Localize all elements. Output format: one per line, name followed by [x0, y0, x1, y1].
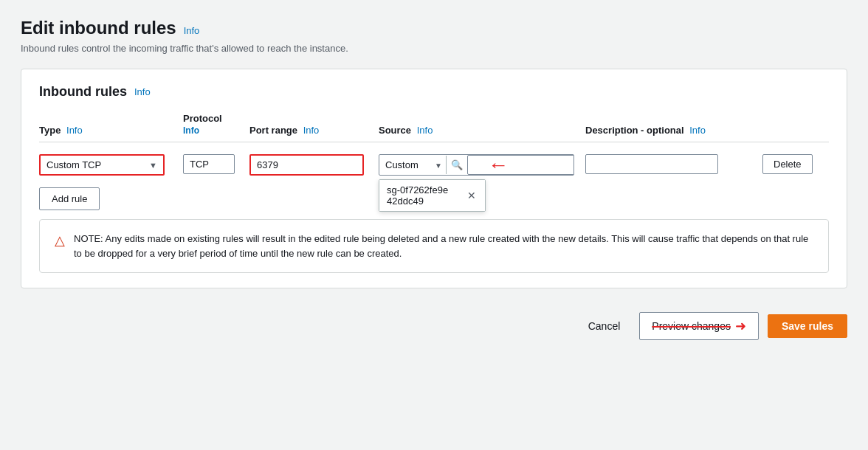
- delete-button[interactable]: Delete: [762, 154, 813, 174]
- source-wrapper: Custom Anywhere My IP ▼ 🔍 sg-0f7262fe9e4: [379, 154, 574, 176]
- type-cell: Custom TCP Custom UDP SSH HTTP HTTPS All…: [39, 154, 183, 176]
- protocol-cell: [183, 154, 249, 174]
- description-info-link[interactable]: Info: [689, 125, 706, 136]
- col-header-description: Description - optional Info: [585, 125, 762, 136]
- col-header-protocol: Protocol Info: [183, 113, 249, 136]
- save-rules-button[interactable]: Save rules: [768, 314, 847, 338]
- source-select[interactable]: Custom Anywhere My IP: [379, 156, 446, 174]
- card-title: Inbound rules: [39, 84, 127, 100]
- col-header-source: Source Info: [379, 125, 585, 136]
- port-info-link[interactable]: Info: [303, 125, 320, 136]
- cancel-button[interactable]: Cancel: [578, 315, 631, 337]
- dropdown-item-text: sg-0f7262fe9e42ddc49: [387, 184, 448, 207]
- table-header: Type Info Protocol Info Port range Info …: [39, 113, 829, 142]
- card-header: Inbound rules Info: [39, 84, 829, 100]
- source-cell: Custom Anywhere My IP ▼ 🔍 sg-0f7262fe9e4: [379, 154, 585, 176]
- arrow-indicator: ←: [488, 155, 509, 176]
- source-select-wrap: Custom Anywhere My IP ▼: [379, 156, 447, 174]
- source-search-input[interactable]: [467, 155, 574, 175]
- type-select[interactable]: Custom TCP Custom UDP SSH HTTP HTTPS All…: [41, 156, 163, 174]
- preview-label: Preview changes: [652, 320, 731, 332]
- red-arrow-icon: ←: [488, 155, 509, 176]
- preview-arrow-icon: ➜: [735, 318, 746, 334]
- dropdown-item-remove-button[interactable]: ✕: [466, 190, 478, 201]
- warning-text: NOTE: Any edits made on existing rules w…: [74, 232, 813, 260]
- warning-icon: △: [55, 232, 65, 249]
- col-header-type: Type Info: [39, 125, 183, 136]
- source-info-link[interactable]: Info: [417, 125, 433, 136]
- preview-changes-button[interactable]: Preview changes ➜: [639, 312, 759, 340]
- port-cell: [249, 154, 379, 176]
- source-dropdown: sg-0f7262fe9e42ddc49 ✕: [379, 179, 486, 212]
- search-icon: 🔍: [447, 159, 467, 170]
- page-subtitle: Inbound rules control the incoming traff…: [21, 43, 847, 54]
- page-title: Edit inbound rules: [21, 18, 176, 38]
- type-select-wrapper: Custom TCP Custom UDP SSH HTTP HTTPS All…: [39, 154, 165, 176]
- add-rule-button[interactable]: Add rule: [39, 187, 100, 210]
- rule-row: Custom TCP Custom UDP SSH HTTP HTTPS All…: [39, 154, 829, 176]
- page-title-info-link[interactable]: Info: [184, 25, 200, 36]
- source-dropdown-item: sg-0f7262fe9e42ddc49 ✕: [379, 180, 485, 211]
- col-header-port: Port range Info: [249, 125, 379, 136]
- port-wrapper: [249, 154, 364, 176]
- footer-bar: Cancel Preview changes ➜ Save rules: [0, 300, 868, 352]
- inbound-rules-card: Inbound rules Info Type Info Protocol In…: [21, 69, 847, 288]
- warning-box: △ NOTE: Any edits made on existing rules…: [39, 219, 829, 273]
- protocol-info-link[interactable]: Info: [183, 125, 241, 136]
- port-input[interactable]: [251, 156, 362, 174]
- protocol-input: [183, 154, 235, 174]
- description-cell: [585, 154, 762, 174]
- card-info-link[interactable]: Info: [134, 86, 151, 97]
- description-input[interactable]: [585, 154, 718, 174]
- type-info-link[interactable]: Info: [66, 125, 83, 136]
- action-cell: Delete: [762, 154, 829, 174]
- source-top: Custom Anywhere My IP ▼ 🔍: [379, 154, 574, 176]
